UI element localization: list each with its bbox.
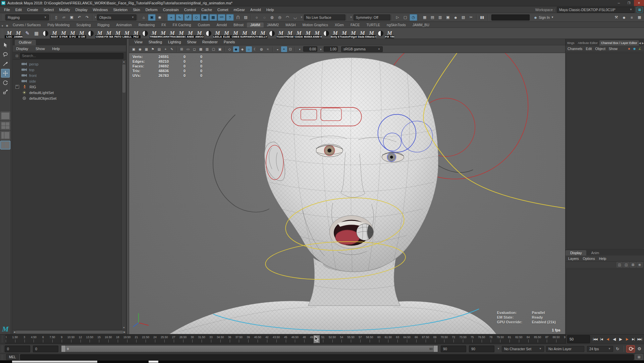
go-to-start-button[interactable]: |◀◀ (592, 336, 598, 343)
textured-icon[interactable]: ◈ (239, 46, 246, 52)
channel-menu-object[interactable]: Object (595, 47, 605, 51)
playback-start-field[interactable] (33, 346, 58, 352)
viewport-menu-panels[interactable]: Panels (221, 40, 238, 44)
field-chart-icon[interactable]: ▥ (204, 46, 210, 52)
curve-tool-e-icon[interactable]: ◠ (284, 14, 291, 20)
outliner-item-side[interactable]: side (13, 78, 121, 84)
shelf-tab-turtle[interactable]: TURTLE (363, 22, 383, 28)
move-layer-up-icon[interactable]: ◫ (616, 262, 623, 268)
shelf-button-amoo[interactable]: MAMOO (195, 28, 204, 38)
shelf-button-libelul[interactable]: MLIBELUL (122, 28, 131, 38)
shelf-button-belly[interactable]: MBELLY (258, 28, 267, 38)
shelf-tab-jamm2[interactable]: JAMM2 (264, 22, 282, 28)
snap-view-plane-icon[interactable]: ▦ (201, 14, 209, 21)
chevron-down-icon[interactable]: ▼ (300, 16, 303, 19)
channel-menu-edit[interactable]: Edit (586, 47, 592, 51)
shaded-icon[interactable]: ◆ (233, 46, 239, 52)
menu-mgear[interactable]: mGear (231, 8, 248, 12)
scrollbar-thumb[interactable] (16, 331, 123, 333)
scroll-up-icon[interactable]: ▲ (123, 60, 125, 64)
resolution-gate-icon[interactable]: ◻ (192, 46, 198, 52)
open-scene-icon[interactable]: ▱ (60, 14, 67, 20)
gamma-field[interactable] (324, 46, 338, 52)
shadows-icon[interactable]: ☾ (252, 46, 258, 52)
shelf-tab-fx-caching[interactable]: FX Caching (169, 22, 195, 28)
fps-dropdown[interactable]: 24 fps ▼ (587, 346, 613, 352)
outliner-persp-layout-button[interactable] (0, 141, 10, 149)
go-to-end-button[interactable]: ▶▶| (637, 336, 643, 343)
render-view-icon[interactable]: ▷ (394, 14, 401, 20)
menu-windows[interactable]: Windows (90, 8, 111, 12)
wireframe-icon[interactable]: ◇ (227, 46, 233, 52)
character-icon[interactable]: ☻ (627, 47, 631, 51)
shelf-button-fidget-e[interactable]: MFidget E (349, 28, 358, 38)
make-live-icon[interactable]: ▩ (209, 14, 217, 21)
playback-end-field[interactable] (441, 346, 466, 352)
outliner-item-top[interactable]: top (13, 67, 121, 73)
shelf-button-belly-ey[interactable]: MBelly Ey (331, 28, 340, 38)
layer-tab-anim[interactable]: Anim (586, 250, 604, 256)
layer-list[interactable] (566, 269, 643, 333)
curve-tool-c-icon[interactable]: ◍ (269, 14, 276, 20)
tab-scroll-left-icon[interactable]: ◀ (639, 42, 641, 45)
shelf-button-ngst[interactable]: MNGST (50, 28, 59, 38)
shelf-button-ricard[interactable]: MRICARD (159, 28, 168, 38)
range-end-handle[interactable] (433, 346, 438, 352)
close-button[interactable]: ✕ (634, 0, 644, 6)
shelf-tab-xgen[interactable]: XGen (331, 22, 347, 28)
menu-create[interactable]: Create (24, 8, 41, 12)
film-gate-icon[interactable]: ▭ (185, 46, 191, 52)
motion-blur-icon[interactable]: ≈ (265, 46, 271, 52)
grease-pencil-icon[interactable]: ✎ (169, 46, 175, 52)
shelf-button-mouth[interactable]: MMOUTH (249, 28, 258, 38)
chevron-down-icon[interactable]: ▼ (497, 347, 500, 350)
shelf-button-toggle[interactable] (204, 28, 213, 38)
menu-arnold[interactable]: Arnold (248, 8, 264, 12)
workspace-dropdown[interactable]: Maya Classic-DESKTOP-FSL0C18* ▼ (557, 7, 635, 13)
menu-skin[interactable]: Skin (130, 8, 143, 12)
rangebar-grip[interactable] (1, 345, 3, 352)
select-tool-button[interactable] (1, 41, 10, 49)
shelf-button-d-po[interactable]: MD PO (68, 28, 77, 38)
paint-select-tool-button[interactable] (1, 59, 10, 68)
menu-control[interactable]: Control (181, 8, 199, 12)
outliner-tab[interactable]: Outliner (15, 40, 36, 45)
pause-evaluation-icon[interactable]: ▮▮ (479, 14, 486, 20)
menu-help[interactable]: Help (264, 8, 277, 12)
tab-scroll-right-icon[interactable]: ▶ (642, 42, 644, 45)
camera-attributes-icon[interactable]: ▦ (144, 46, 150, 52)
xray-icon[interactable]: ◒ (275, 46, 281, 52)
workspace-settings-button[interactable]: ▦ (637, 7, 643, 13)
step-forward-frame-button[interactable]: ▶| (630, 336, 636, 343)
selection-mask-dropdown[interactable]: Objects ▼ (97, 14, 137, 20)
symmetry-dropdown[interactable]: Symmetry: Off (354, 14, 390, 20)
two-pane-layout-button[interactable] (0, 131, 10, 140)
use-all-lights-icon[interactable]: ☼ (246, 46, 252, 52)
layer-menu-help[interactable]: Help (599, 257, 606, 261)
shelf-button-cisne[interactable]: MCISNE (95, 28, 104, 38)
shelf-tab-motion-graphics[interactable]: Motion Graphics (299, 22, 331, 28)
scroll-left-icon[interactable]: ◀ (13, 331, 15, 333)
shelf-tab-rendering[interactable]: Rendering (135, 22, 158, 28)
snap-grid-icon[interactable]: + (167, 14, 175, 21)
shelf-grip[interactable] (1, 29, 3, 38)
display-texture-icon[interactable]: ▧ (460, 14, 467, 20)
view-transform-dropdown[interactable]: sRGB gamma ▼ (341, 46, 383, 52)
cmdline-grip[interactable] (1, 355, 3, 359)
outliner-menu-help[interactable]: Help (52, 47, 60, 51)
shelf-button-toggle[interactable] (376, 28, 385, 38)
create-empty-layer-icon[interactable]: ⊞ (630, 262, 636, 268)
select-camera-icon[interactable]: ▣ (131, 46, 137, 52)
shelf-button-toggle[interactable] (322, 28, 331, 38)
redo-icon[interactable]: ↷ (84, 14, 91, 20)
menu-select[interactable]: Select (41, 8, 57, 12)
input-operations-icon[interactable]: ¹²³ (218, 14, 225, 21)
shelf-button-anim-w[interactable]: MANIM W (313, 28, 322, 38)
viewport-menu-renderer[interactable]: Renderer (200, 40, 220, 44)
snap-projected-center-icon[interactable]: ◇ (193, 14, 200, 21)
menu-cache[interactable]: Cache (199, 8, 215, 12)
channel-menu-channels[interactable]: Channels (568, 47, 582, 51)
shelf-button-mama-e[interactable]: MMama E (367, 28, 376, 38)
new-scene-icon[interactable]: ▯ (53, 14, 60, 20)
exposure-field[interactable] (303, 46, 317, 52)
